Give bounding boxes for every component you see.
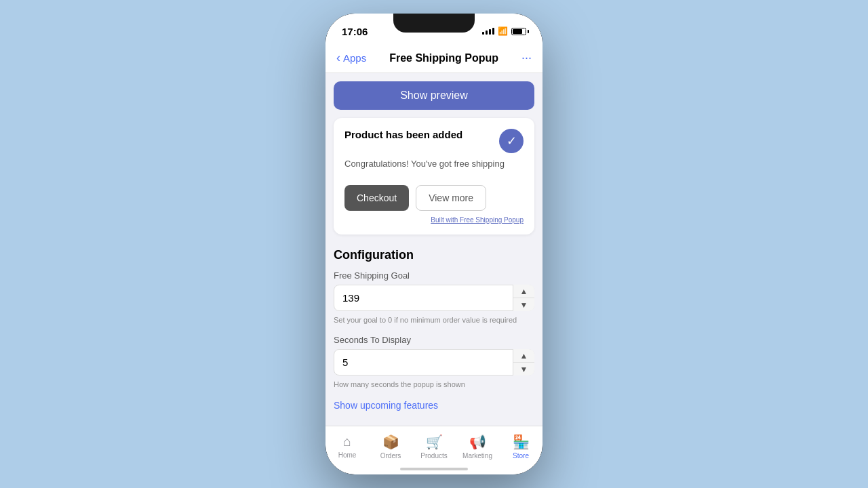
seconds-to-display-input[interactable] — [334, 349, 534, 375]
view-more-button[interactable]: View more — [416, 185, 486, 211]
free-shipping-goal-increment[interactable]: ▲ — [513, 285, 534, 298]
phone-screen: 17:06 📶 ‹ Apps Free Shipping Popup — [326, 14, 542, 474]
preview-footer-link: Free Shipping Popup — [460, 216, 524, 224]
checkout-button[interactable]: Checkout — [344, 185, 409, 211]
content-area: Show preview Product has been added ✓ Co… — [326, 73, 542, 445]
nav-title: Free Shipping Popup — [366, 52, 521, 64]
preview-footer-text: Built with — [431, 216, 460, 224]
battery-icon — [511, 28, 526, 35]
products-icon: 🛒 — [426, 434, 443, 450]
free-shipping-goal-label: Free Shipping Goal — [334, 270, 534, 281]
tab-store-label: Store — [513, 452, 529, 460]
back-label: Apps — [343, 52, 366, 64]
home-indicator — [400, 468, 468, 470]
tab-marketing-label: Marketing — [462, 452, 492, 460]
free-shipping-goal-hint: Set your goal to 0 if no minimum order v… — [334, 315, 534, 325]
status-icons: 📶 — [482, 26, 526, 36]
phone-notch — [393, 14, 475, 33]
tab-home[interactable]: ⌂ Home — [326, 426, 369, 466]
marketing-icon: 📢 — [469, 434, 486, 450]
free-shipping-goal-decrement[interactable]: ▼ — [513, 298, 534, 311]
status-time: 17:06 — [342, 26, 368, 37]
nav-bar: ‹ Apps Free Shipping Popup ··· — [326, 43, 542, 73]
free-shipping-goal-stepper: ▲ ▼ — [513, 285, 534, 311]
preview-header: Product has been added ✓ — [344, 129, 524, 153]
tab-orders-label: Orders — [380, 452, 401, 460]
seconds-to-display-label: Seconds To Display — [334, 335, 534, 345]
show-upcoming-features-link[interactable]: Show upcoming features — [334, 400, 534, 411]
phone-frame: 17:06 📶 ‹ Apps Free Shipping Popup — [326, 14, 542, 474]
tab-products-label: Products — [420, 452, 447, 460]
check-icon: ✓ — [499, 129, 524, 153]
back-arrow-icon: ‹ — [336, 51, 340, 65]
orders-icon: 📦 — [382, 434, 399, 450]
config-title: Configuration — [334, 248, 534, 262]
seconds-to-display-input-wrapper: ▲ ▼ — [334, 349, 534, 375]
signal-icon — [482, 28, 494, 35]
preview-buttons: Checkout View more — [344, 185, 524, 211]
tab-store[interactable]: 🏪 Store — [499, 426, 542, 466]
seconds-to-display-stepper: ▲ ▼ — [513, 349, 534, 375]
show-preview-button[interactable]: Show preview — [334, 81, 534, 110]
tab-orders[interactable]: 📦 Orders — [369, 426, 412, 466]
seconds-to-display-hint: How many seconds the popup is shown — [334, 380, 534, 390]
tab-marketing[interactable]: 📢 Marketing — [456, 426, 499, 466]
home-icon: ⌂ — [343, 434, 351, 449]
more-button[interactable]: ··· — [521, 51, 532, 65]
preview-card: Product has been added ✓ Congratulations… — [334, 118, 534, 235]
store-icon: 🏪 — [513, 434, 530, 450]
seconds-to-display-decrement[interactable]: ▼ — [513, 363, 534, 375]
preview-subtitle: Congratulations! You've got free shippin… — [344, 159, 524, 169]
seconds-to-display-increment[interactable]: ▲ — [513, 349, 534, 363]
tab-home-label: Home — [338, 451, 357, 459]
tab-products[interactable]: 🛒 Products — [412, 426, 456, 466]
preview-footer: Built with Free Shipping Popup — [344, 216, 524, 224]
free-shipping-goal-input[interactable] — [334, 285, 534, 311]
preview-title: Product has been added — [344, 129, 462, 140]
free-shipping-goal-input-wrapper: ▲ ▼ — [334, 285, 534, 311]
configuration-section: Configuration Free Shipping Goal ▲ ▼ Set… — [326, 243, 542, 424]
wifi-icon: 📶 — [498, 26, 508, 36]
back-button[interactable]: ‹ Apps — [336, 51, 366, 65]
